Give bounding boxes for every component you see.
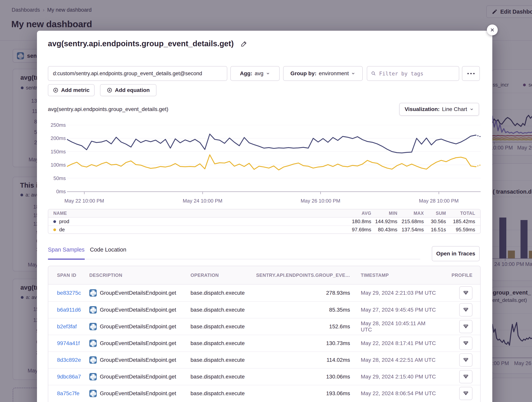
summary-row-de[interactable]: de 97.69ms 80.43ms 137.54ms 16.51s 95.59… [48, 225, 480, 234]
y-axis-tick: 50ms [42, 175, 66, 181]
tag-filter-field [367, 66, 459, 81]
search-icon [371, 71, 376, 76]
series-total: 185.42ms [446, 218, 475, 224]
series-sum: 30.56s [424, 218, 446, 224]
y-axis-tick: 0ms [42, 189, 66, 195]
sample-row: 8a75c7fe GroupEventDetailsEndpoint.get b… [48, 385, 480, 402]
tag-filter-input[interactable] [379, 66, 455, 81]
span-duration: 114.02ms [253, 357, 350, 363]
column-header: PROFILE [438, 272, 472, 278]
profile-button[interactable] [459, 337, 472, 350]
plus-circle-icon [53, 87, 58, 93]
span-description: GroupEventDetailsEndpoint.get [100, 290, 176, 296]
series-max: 137.54ms [397, 227, 424, 233]
span-duration: 130.06ms [253, 374, 350, 380]
visualization-value: Line Chart [442, 106, 467, 112]
edit-title-pencil-icon[interactable] [241, 40, 247, 47]
tab-span-samples[interactable]: Span Samples [48, 247, 85, 253]
column-header: SENTRY.API.ENDPOINTS.GROUP_EVE… [253, 272, 350, 278]
sample-row: 9dbc86a7 GroupEventDetailsEndpoint.get b… [48, 368, 480, 385]
series-color-dot [53, 220, 56, 223]
add-equation-button[interactable]: Add equation [100, 84, 156, 96]
span-operation: base.dispatch.execute [190, 340, 253, 346]
span-timestamp: May 29, 2024 2:21:03 PM UTC [350, 290, 438, 296]
span-duration: 85.35ms [253, 307, 350, 313]
span-timestamp: May 29, 2024 2:15:40 PM UTC [350, 374, 438, 380]
overflow-menu-button[interactable] [462, 66, 480, 81]
span-id-link[interactable]: 9dbc86a7 [57, 374, 89, 380]
aggregate-dropdown[interactable]: Agg: avg [230, 66, 280, 81]
profiling-icon [463, 324, 469, 329]
span-description: GroupEventDetailsEndpoint.get [100, 390, 176, 396]
y-axis-tick: 200ms [42, 135, 66, 141]
series-name: de [59, 227, 65, 233]
add-metric-button[interactable]: Add metric [48, 84, 95, 96]
python-icon [89, 373, 97, 380]
span-id-link[interactable]: b6a911d6 [57, 307, 89, 313]
span-timestamp: May 27, 2024 9:45:45 PM UTC [350, 307, 438, 313]
close-icon [490, 27, 495, 33]
metric-line-chart[interactable] [67, 125, 481, 195]
sample-row: be83275c GroupEventDetailsEndpoint.get b… [48, 284, 480, 301]
sample-row: 8d3c892e GroupEventDetailsEndpoint.get b… [48, 352, 480, 368]
open-in-traces-button[interactable]: Open in Traces [432, 246, 480, 261]
span-operation: base.dispatch.execute [190, 357, 253, 363]
aggregate-value: avg [255, 70, 263, 77]
profiling-icon [463, 290, 469, 296]
profiling-icon [463, 390, 469, 396]
column-header: DESCRIPTION [89, 272, 190, 278]
close-modal-button[interactable] [487, 25, 498, 35]
python-icon [89, 323, 97, 330]
metric-details-modal: avg(sentry.api.endpoints.group_event_det… [37, 31, 492, 402]
column-header: SPAN ID [57, 272, 89, 278]
y-axis-tick: 100ms [42, 162, 66, 168]
modal-title: avg(sentry.api.endpoints.group_event_det… [48, 39, 234, 48]
group-by-dropdown[interactable]: Group by: environment [283, 66, 363, 81]
metric-query-input[interactable] [48, 66, 227, 81]
profile-button[interactable] [459, 286, 472, 300]
add-equation-label: Add equation [115, 87, 150, 93]
summary-row-prod[interactable]: prod 180.8ms 144.92ms 215.68ms 30.56s 18… [48, 217, 480, 225]
group-by-value: environment [319, 70, 349, 77]
x-axis-tick: May 24 10:00 PM [183, 198, 222, 204]
column-header: TOTAL [446, 211, 475, 216]
visualization-label: Visualization: [405, 106, 440, 112]
y-axis-tick: 150ms [42, 149, 66, 155]
visualization-dropdown[interactable]: Visualization: Line Chart [399, 103, 479, 116]
column-header: MAX [397, 211, 424, 216]
series-color-dot [53, 229, 56, 231]
span-id-link[interactable]: 8a75c7fe [57, 390, 89, 396]
python-icon [89, 390, 97, 397]
plus-circle-icon [107, 87, 112, 93]
profile-button[interactable] [459, 353, 472, 367]
series-name: prod [59, 218, 69, 224]
span-id-link[interactable]: b2ef3faf [57, 323, 89, 330]
span-timestamp: May 22, 2024 8:06:54 PM UTC [350, 390, 438, 396]
column-header: AVG [344, 211, 371, 216]
span-operation: base.dispatch.execute [190, 374, 253, 380]
profiling-icon [463, 340, 469, 346]
span-id-link[interactable]: be83275c [57, 290, 89, 296]
span-description: GroupEventDetailsEndpoint.get [100, 307, 176, 313]
profiling-icon [463, 307, 469, 313]
profile-button[interactable] [459, 303, 472, 316]
span-duration: 278.93ms [253, 290, 350, 296]
profile-button[interactable] [459, 387, 472, 400]
python-icon [89, 340, 97, 347]
profile-button[interactable] [459, 370, 472, 383]
column-header: NAME [53, 211, 344, 216]
span-timestamp: May 28, 2024 10:45:11 AM UTC [350, 320, 438, 333]
samples-header-row: SPAN ID DESCRIPTION OPERATION SENTRY.API… [48, 266, 480, 284]
span-id-link[interactable]: 8d3c892e [57, 357, 89, 363]
profile-button[interactable] [459, 320, 472, 333]
column-header: MIN [371, 211, 397, 216]
series-max: 215.68ms [397, 218, 424, 224]
tab-code-location[interactable]: Code Location [90, 247, 126, 253]
chart-title: avg(sentry.api.endpoints.group_event_det… [48, 106, 168, 112]
span-operation: base.dispatch.execute [190, 323, 253, 330]
span-operation: base.dispatch.execute [190, 290, 253, 296]
series-sum: 16.51s [424, 227, 446, 233]
span-id-link[interactable]: 9974a41f [57, 340, 89, 346]
sample-row: b2ef3faf GroupEventDetailsEndpoint.get b… [48, 318, 480, 335]
profiling-icon [463, 374, 469, 380]
